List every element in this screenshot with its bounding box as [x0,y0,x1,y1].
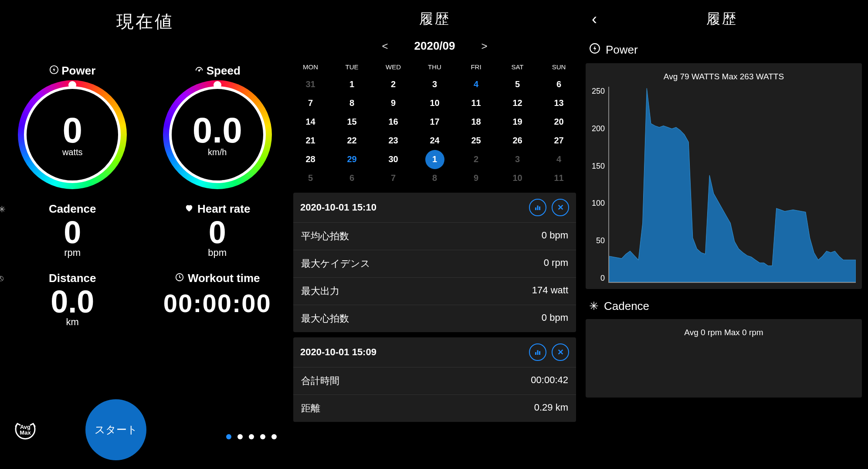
delete-button[interactable]: ✕ [552,343,569,361]
page-dot[interactable] [226,434,231,439]
calendar-day[interactable]: 11 [455,94,497,112]
calendar-day[interactable]: 21 [290,131,331,150]
session-row-label: 平均心拍数 [301,230,349,243]
chart-button[interactable] [529,199,546,216]
calendar-day[interactable]: 8 [414,169,455,187]
calendar-day[interactable]: 13 [538,94,580,112]
avg-max-toggle[interactable]: Avg Max [13,418,37,442]
calendar-day[interactable]: 17 [414,112,455,131]
page-dots[interactable] [226,434,277,439]
power-chart-yaxis: 250200150100500 [592,87,608,283]
calendar-day[interactable]: 3 [414,75,455,94]
session-row: 最大出力174 watt [293,278,576,305]
calendar-day[interactable]: 19 [497,112,538,131]
calendar-day[interactable]: 22 [331,131,373,150]
calendar-day[interactable]: 10 [497,169,538,187]
section-power-label: Power [606,43,638,57]
page-dot[interactable] [249,434,254,439]
next-month-button[interactable]: > [481,40,487,52]
month-nav: < 2020/09 > [290,39,580,53]
svg-rect-3 [535,207,536,210]
session-row-label: 最大心拍数 [301,312,349,325]
calendar-day[interactable]: 7 [373,169,414,187]
start-button[interactable]: スタート [85,399,146,460]
calendar-dow: THU [414,59,455,75]
start-button-label: スタート [95,423,138,437]
calendar-day[interactable]: 31 [290,75,331,94]
page-dot[interactable] [271,434,277,439]
calendar-day[interactable]: 10 [414,94,455,112]
calendar-day[interactable]: 16 [373,112,414,131]
metric-heartrate-value: 0 [145,217,290,248]
calendar-day[interactable]: 2 [455,150,497,169]
gear-icon: ✳ [0,204,6,214]
calendar-dow: SUN [538,59,580,75]
ytick: 200 [592,124,605,133]
calendar-dow: MON [290,59,331,75]
session-row-value: 0 bpm [542,230,568,243]
calendar-day[interactable]: 5 [497,75,538,94]
gauge-power-label: Power [61,64,95,78]
clock-icon [175,272,184,285]
section-power: Power [580,38,868,63]
power-chart: Avg 79 WATTS Max 263 WATTS 2502001501005… [586,63,862,289]
month-label: 2020/09 [414,39,455,53]
calendar: MONTUEWEDTHUFRISATSUN 311234567891011121… [290,59,580,187]
delete-button[interactable]: ✕ [552,199,569,216]
calendar-day[interactable]: 8 [331,94,373,112]
calendar-day[interactable]: 2 [373,75,414,94]
calendar-day[interactable]: 3 [497,150,538,169]
calendar-day[interactable]: 9 [455,169,497,187]
prev-month-button[interactable]: < [382,40,388,52]
panel3-header: ‹ 履歴 [580,0,868,38]
calendar-day[interactable]: 7 [290,94,331,112]
session-row-label: 最大ケイデンス [301,257,370,270]
calendar-day[interactable]: 14 [290,112,331,131]
panel-history-list: 履歴 < 2020/09 > MONTUEWEDTHUFRISATSUN 311… [290,0,580,469]
calendar-day[interactable]: 29 [331,150,373,169]
page-dot[interactable] [260,434,265,439]
session-row-value: 0 rpm [544,257,568,270]
session-row-value: 0 bpm [542,312,568,325]
calendar-day[interactable]: 11 [538,169,580,187]
calendar-day[interactable]: 4 [538,150,580,169]
panel-current: 現在値 Power 0 watts Speed [0,0,290,469]
metric-cadence-label: Cadence [49,202,96,216]
calendar-day[interactable]: 4 [455,75,497,94]
gauge-power-value: 0 [62,112,82,148]
calendar-day[interactable]: 5 [290,169,331,187]
calendar-day[interactable]: 30 [373,150,414,169]
calendar-day[interactable]: 23 [373,131,414,150]
metric-workout-label: Workout time [188,272,260,285]
calendar-day[interactable]: 6 [331,169,373,187]
calendar-day[interactable]: 1 [331,75,373,94]
calendar-day[interactable]: 26 [497,131,538,150]
calendar-day[interactable]: 18 [455,112,497,131]
calendar-day[interactable]: 12 [497,94,538,112]
calendar-day[interactable]: 28 [290,150,331,169]
power-chart-stats: Avg 79 WATTS Max 263 WATTS [592,72,856,82]
metric-heartrate: Heart rate 0 bpm [145,202,290,258]
metric-workout: Workout time 00:00:00 [145,272,290,328]
calendar-day[interactable]: 15 [331,112,373,131]
speed-icon [194,64,204,78]
gauge-power: Power 0 watts [0,64,145,189]
calendar-day[interactable]: 25 [455,131,497,150]
calendar-day[interactable]: 20 [538,112,580,131]
power-chart-plot [608,87,856,283]
ytick: 150 [592,162,605,171]
calendar-day[interactable]: 27 [538,131,580,150]
session-row: 平均心拍数0 bpm [293,223,576,250]
session-card: 2020-10-01 15:09✕合計時間00:00:42距離0.29 km [293,337,576,422]
session-row: 最大ケイデンス0 rpm [293,250,576,278]
calendar-day[interactable]: 9 [373,94,414,112]
panel-history-detail: ‹ 履歴 Power Avg 79 WATTS Max 263 WATTS 25… [580,0,868,469]
calendar-day[interactable]: 6 [538,75,580,94]
calendar-day[interactable]: 1 [414,150,455,169]
page-dot[interactable] [237,434,243,439]
session-datetime: 2020-10-01 15:10 [300,202,524,213]
calendar-day[interactable]: 24 [414,131,455,150]
chart-button[interactable] [529,343,546,361]
svg-rect-4 [537,206,539,211]
pin-icon: ⎋ [0,273,3,283]
